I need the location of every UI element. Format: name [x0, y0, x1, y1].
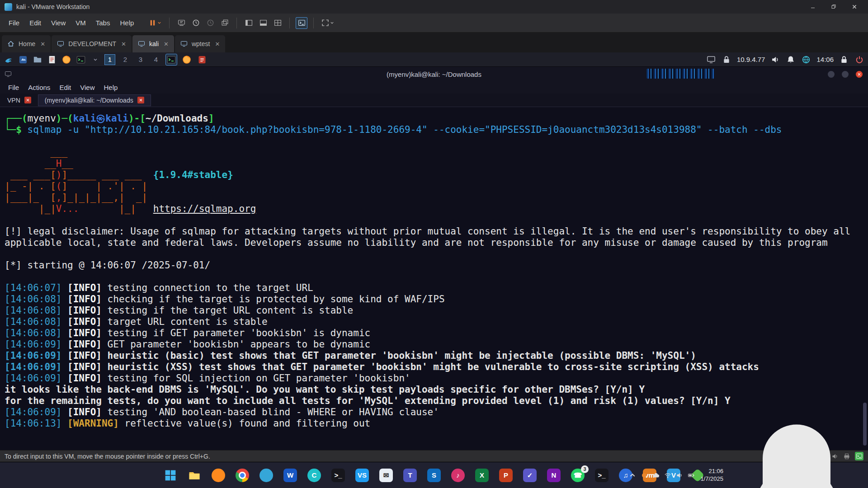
terminal-scrollbar[interactable]: [863, 109, 867, 448]
taskbar-clock[interactable]: 21:06 1/7/2025: [700, 468, 723, 483]
taskbar-firefox[interactable]: [210, 467, 227, 484]
wifi-icon[interactable]: [664, 472, 671, 479]
vm-tab-development[interactable]: DEVELOPMENT✕: [52, 35, 132, 52]
log-message: for the remaining tests, do you want to …: [5, 395, 731, 406]
terminal-body[interactable]: ┌──(myenv)─(kali㉿kali)-[~/Downloads]└─$ …: [0, 107, 868, 450]
tab-close-button[interactable]: ✕: [40, 41, 45, 47]
sidebar-toggle-button[interactable]: [243, 17, 255, 29]
window-button-document-viewer[interactable]: [196, 54, 208, 66]
panel-notifications-icon[interactable]: [786, 55, 796, 65]
launcher-caret-icon[interactable]: [90, 55, 100, 65]
take-snapshot-button[interactable]: [190, 17, 202, 29]
tab-close-button[interactable]: ✕: [215, 41, 220, 47]
minimize-button[interactable]: [804, 1, 822, 12]
log-level: [INFO]: [67, 294, 108, 305]
chevron-up-icon[interactable]: [629, 472, 636, 479]
taskbar-todo[interactable]: ✓: [521, 467, 538, 484]
lock-screen-icon[interactable]: [839, 55, 849, 65]
terminal-tab-0[interactable]: VPN: [1, 95, 38, 106]
vm-tab-home[interactable]: Home✕: [2, 35, 51, 52]
workspace-4[interactable]: 4: [151, 54, 161, 65]
taskbar-vscode[interactable]: VS: [354, 467, 371, 484]
menu-help[interactable]: Help: [115, 17, 139, 29]
volume-icon[interactable]: [676, 472, 683, 479]
notifications-button[interactable]: [729, 408, 864, 488]
workspace-2[interactable]: 2: [120, 54, 131, 65]
taskbar-canva[interactable]: C: [306, 467, 323, 484]
taskbar-chrome[interactable]: [234, 467, 251, 484]
terminal-menu-view[interactable]: View: [75, 82, 99, 93]
taskbar-powerpoint[interactable]: P: [497, 467, 514, 484]
network-icon[interactable]: [801, 55, 811, 65]
vm-tab-kali[interactable]: kali✕: [132, 35, 174, 52]
taskbar-whatsapp[interactable]: ☎3: [569, 467, 586, 484]
suspend-button[interactable]: [147, 17, 163, 29]
battery-icon[interactable]: [688, 472, 695, 479]
terminal-menu-file[interactable]: File: [4, 82, 24, 93]
terminal-menu-edit[interactable]: Edit: [55, 82, 75, 93]
vm-tab-wptest[interactable]: wptest✕: [175, 35, 225, 52]
menu-file[interactable]: File: [4, 17, 24, 29]
menu-edit[interactable]: Edit: [24, 17, 46, 29]
menu-view[interactable]: View: [46, 17, 71, 29]
taskbar-mail[interactable]: ✉: [377, 467, 395, 484]
snapshot-manager-button[interactable]: [219, 17, 231, 29]
fullscreen-button[interactable]: [320, 17, 336, 29]
vmware-logo-icon: [5, 3, 12, 11]
close-button[interactable]: [845, 1, 863, 12]
volume-icon[interactable]: [770, 55, 780, 65]
vpn-lock-icon[interactable]: [722, 55, 731, 65]
cloud-icon[interactable]: [652, 472, 660, 479]
taskbar-terminal-alt[interactable]: >_: [593, 467, 610, 484]
workspace-3[interactable]: 3: [135, 54, 146, 65]
ctrl-alt-del-button[interactable]: [175, 17, 187, 29]
log-timestamp: [14:06:08]: [5, 294, 67, 305]
terminal-maximize-button[interactable]: [842, 71, 849, 78]
terminal-minimize-button[interactable]: [828, 71, 835, 78]
kali-menu-icon[interactable]: [4, 55, 14, 65]
taskbar-word[interactable]: W: [282, 467, 299, 484]
firefox-icon[interactable]: [61, 55, 71, 65]
taskbar-excel[interactable]: X: [473, 467, 491, 484]
terminal-menu-help[interactable]: Help: [99, 82, 122, 93]
sqlmap-banner-line: ___: [5, 147, 859, 158]
power-icon[interactable]: [854, 55, 864, 65]
clock-icon: [192, 19, 200, 27]
taskbar-command-prompt[interactable]: >_: [330, 467, 347, 484]
window-button-firefox-window[interactable]: [181, 54, 193, 66]
terminal-tab-close-button[interactable]: [24, 97, 31, 103]
menu-vm[interactable]: VM: [71, 17, 91, 29]
display-settings-icon[interactable]: [706, 55, 716, 65]
vm-screen: 123410.9.4.7714:06 (myenv)kali@kali: ~/D…: [0, 52, 868, 450]
window-button-qterminal[interactable]: [165, 54, 177, 66]
taskbar-start[interactable]: [162, 467, 179, 484]
text-editor-icon[interactable]: [47, 55, 57, 65]
terminal-icon[interactable]: [76, 55, 86, 65]
files-app-icon[interactable]: [18, 55, 28, 65]
status-bar-toggle-button[interactable]: [272, 17, 283, 29]
taskbar-store[interactable]: S: [425, 467, 443, 484]
terminal-close-button[interactable]: [856, 71, 863, 78]
tab-close-button[interactable]: ✕: [164, 41, 169, 47]
log-line: [14:06:09] [INFO] heuristic (XSS) test s…: [5, 361, 859, 373]
workspace-1[interactable]: 1: [104, 54, 115, 65]
taskbar-teams[interactable]: T: [401, 467, 419, 484]
terminal-tab-1[interactable]: (myenv)kali@kali: ~/Downloads: [38, 95, 151, 106]
revert-snapshot-button[interactable]: [204, 17, 216, 29]
taskbar-file-explorer[interactable]: [186, 467, 203, 484]
terminal-menu-actions[interactable]: Actions: [24, 82, 55, 93]
taskbar-onenote[interactable]: N: [545, 467, 562, 484]
thumbnail-bar-toggle-button[interactable]: [257, 17, 269, 29]
vmware-menubar: FileEditViewVMTabsHelp: [0, 14, 868, 33]
tray-app-icon[interactable]: [641, 472, 648, 479]
restore-button[interactable]: [825, 1, 843, 12]
terminal-tab-close-button[interactable]: [137, 97, 144, 103]
console-view-button[interactable]: [296, 17, 307, 29]
menu-tabs[interactable]: Tabs: [91, 17, 115, 29]
log-message: testing if the target URL content is sta…: [108, 305, 354, 316]
tab-label: kali: [149, 40, 159, 47]
taskbar-media-player[interactable]: ♪: [449, 467, 467, 484]
tab-close-button[interactable]: ✕: [121, 41, 126, 47]
taskbar-edge[interactable]: [258, 467, 275, 484]
folder-icon[interactable]: [33, 55, 42, 65]
